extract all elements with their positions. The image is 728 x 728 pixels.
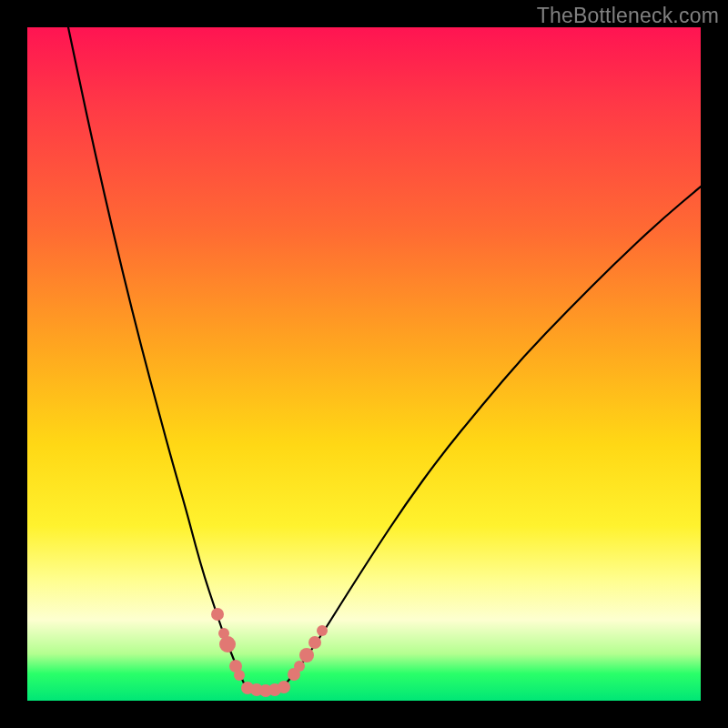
data-marker: [317, 625, 328, 636]
right-curve: [282, 187, 701, 688]
data-marker: [278, 681, 290, 693]
data-marker: [294, 661, 305, 672]
outer-frame: TheBottleneck.com: [0, 0, 728, 728]
data-marker: [299, 648, 314, 662]
data-marker: [211, 608, 224, 621]
chart-svg: [27, 27, 701, 701]
left-curve: [68, 27, 246, 687]
data-marker: [308, 636, 321, 649]
plot-area: [27, 27, 701, 701]
marker-group: [211, 608, 328, 697]
data-marker: [234, 670, 245, 681]
watermark-text: TheBottleneck.com: [537, 4, 719, 28]
data-marker: [219, 636, 236, 652]
